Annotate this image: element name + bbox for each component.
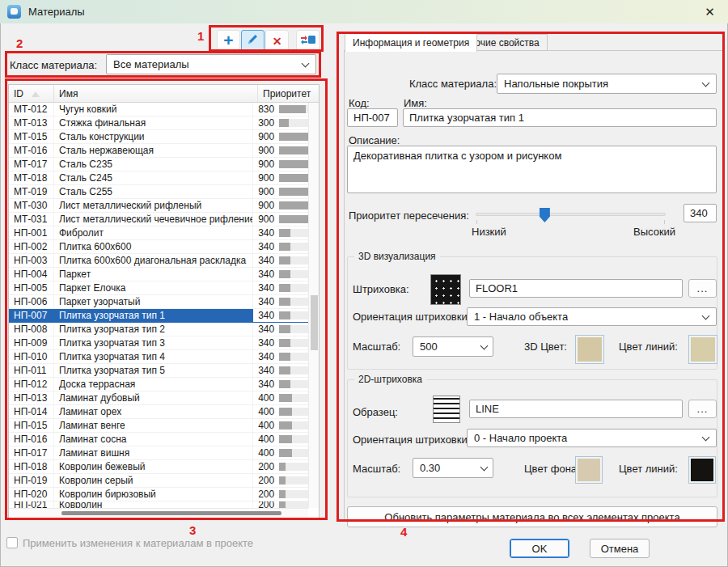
name-field[interactable] <box>403 108 717 127</box>
table-row[interactable]: НП-008Плитка узорчатая тип 2340 <box>9 323 308 336</box>
cell-material-name: Плитка узорчатая тип 5 <box>54 364 253 377</box>
table-row[interactable]: НП-018Ковролин бежевый200 <box>9 460 308 474</box>
cell-material-priority: 400 <box>253 391 308 404</box>
cell-material-id: НП-008 <box>9 323 54 336</box>
cell-material-priority: 340 <box>253 295 308 308</box>
code-field[interactable] <box>347 108 398 127</box>
column-header-id[interactable]: ID <box>9 85 54 102</box>
table-row[interactable]: МТ-012Чугун ковкий830 <box>9 103 308 116</box>
column-header-name[interactable]: Имя <box>54 85 258 102</box>
material-class-filter-select[interactable]: Все материалы <box>106 54 316 74</box>
tab-page: Класс материала: Напольные покрытия Код:… <box>344 50 724 521</box>
priority-bar <box>279 146 308 154</box>
table-row[interactable]: НП-009Плитка узорчатая тип 3340 <box>9 336 308 350</box>
cell-material-id: МТ-015 <box>9 130 54 143</box>
hatch-3d-name-field[interactable] <box>469 279 683 298</box>
table-row[interactable]: НП-017Ламинат вишня400 <box>9 446 308 460</box>
table-row[interactable]: НП-011Плитка узорчатая тип 5340 <box>9 364 308 378</box>
table-row[interactable]: НП-010Плитка узорчатая тип 4340 <box>9 350 308 364</box>
apply-changes-checkbox[interactable] <box>6 537 18 548</box>
tab-info-geometry[interactable]: Информация и геометрия <box>345 32 477 52</box>
column-header-priority[interactable]: Приоритет <box>258 85 319 102</box>
table-row[interactable]: НП-012Доска террасная340 <box>9 378 308 391</box>
cell-material-id: НП-007 <box>9 309 54 322</box>
table-row[interactable]: НП-004Паркет340 <box>9 268 308 281</box>
lines-3d-label: Цвет линий: <box>619 341 678 353</box>
priority-value-field[interactable] <box>684 204 717 222</box>
table-row[interactable]: НП-013Ламинат дубовый400 <box>9 391 308 405</box>
table-row[interactable]: НП-021Ковролин200 <box>9 501 308 508</box>
cell-material-priority: 900 <box>253 185 308 198</box>
hatch-2d-browse-button[interactable]: ... <box>688 400 717 418</box>
table-row[interactable]: МТ-017Сталь С235900 <box>9 158 308 171</box>
app-icon <box>7 5 21 19</box>
priority-slider-thumb[interactable] <box>540 208 550 222</box>
lines-3d-swatch[interactable] <box>688 335 717 364</box>
edit-material-button[interactable] <box>241 30 265 52</box>
sample-label: Образец: <box>353 406 398 418</box>
table-row[interactable]: НП-001Фибролит340 <box>9 226 308 240</box>
table-row[interactable]: НП-014Ламинат орех400 <box>9 405 308 419</box>
priority-bar <box>279 463 308 471</box>
table-row[interactable]: МТ-031Лист металлический чечевичное рифл… <box>9 213 308 226</box>
orientation-3d-select[interactable]: 1 - Начало объекта <box>467 307 717 326</box>
cell-material-priority: 340 <box>253 268 308 281</box>
table-row[interactable]: НП-002Плитка 600x600340 <box>9 240 308 254</box>
cell-material-priority: 900 <box>253 130 308 143</box>
table-row[interactable]: НП-015Ламинат венге400 <box>9 419 308 433</box>
vertical-scrollbar-thumb[interactable] <box>311 295 318 350</box>
priority-bar <box>279 311 308 319</box>
scale-2d-select[interactable]: 0.30 <box>413 458 493 478</box>
table-row[interactable]: МТ-015Сталь конструкции900 <box>9 130 308 144</box>
priority-bar <box>279 201 308 209</box>
orientation-2d-select[interactable]: 0 - Начало проекта <box>467 429 717 447</box>
horizontal-scrollbar-thumb[interactable] <box>61 511 281 515</box>
add-material-button[interactable]: + <box>217 30 240 52</box>
orientation-2d-value: 0 - Начало проекта <box>474 432 567 444</box>
table-row[interactable]: МТ-016Сталь нержавеющая900 <box>9 144 308 158</box>
table-row[interactable]: МТ-013Стяжка финальная300 <box>9 116 308 130</box>
table-row[interactable]: МТ-030Лист металлический рифленый900 <box>9 199 308 213</box>
cell-material-priority: 340 <box>253 281 308 294</box>
cell-material-id: НП-005 <box>9 281 54 294</box>
cancel-button[interactable]: Отмена <box>590 539 650 558</box>
bg-color-swatch[interactable] <box>575 456 603 484</box>
cell-material-id: НП-016 <box>9 433 54 446</box>
ok-button[interactable]: OK <box>510 539 569 558</box>
lines-2d-swatch[interactable] <box>688 456 716 484</box>
cell-material-id: НП-009 <box>9 336 54 349</box>
table-row[interactable]: НП-007Плитка узорчатая тип 1340 <box>9 309 308 323</box>
description-field[interactable] <box>347 146 717 193</box>
hatch-3d-browse-button[interactable]: ... <box>688 279 717 298</box>
cell-material-id: МТ-019 <box>9 185 54 198</box>
priority-bar <box>279 188 308 196</box>
class-select[interactable]: Напольные покрытия <box>497 74 717 94</box>
hatch-2d-preview[interactable] <box>433 396 460 423</box>
materials-table: ID Имя Приоритет МТ-012Чугун ковкий830МТ… <box>8 84 320 518</box>
priority-slider[interactable] <box>476 213 666 216</box>
horizontal-scrollbar[interactable] <box>9 508 308 518</box>
table-row[interactable]: МТ-018Сталь С245900 <box>9 171 308 185</box>
priority-bar <box>279 256 308 264</box>
apply-changes-label: Применить изменения к материалам в проек… <box>23 537 253 549</box>
delete-material-button[interactable]: ✕ <box>265 30 289 52</box>
vertical-scrollbar[interactable] <box>308 103 319 508</box>
table-row[interactable]: НП-020Ковролин бирюзовый200 <box>9 488 308 501</box>
cell-material-name: Сталь нержавеющая <box>54 144 253 157</box>
hatch-2d-name-field[interactable] <box>469 400 683 418</box>
table-row[interactable]: НП-016Ламинат сосна400 <box>9 433 308 446</box>
group-2d-title: 2D-штриховка <box>354 374 426 385</box>
hatch-label: Штриховка: <box>353 283 409 295</box>
table-row[interactable]: НП-003Плитка 600x600 диагональная раскла… <box>9 254 308 268</box>
table-row[interactable]: МТ-019Сталь С255900 <box>9 185 308 199</box>
material-library-button[interactable] <box>296 30 320 52</box>
color-3d-swatch[interactable] <box>575 335 604 364</box>
close-button[interactable]: ✕ <box>692 0 728 23</box>
table-row[interactable]: НП-006Паркет узорчатый340 <box>9 295 308 309</box>
table-row[interactable]: НП-005Паркет Елочка340 <box>9 281 308 295</box>
hatch-3d-preview[interactable] <box>430 274 461 305</box>
scale-3d-select[interactable]: 500 <box>413 336 493 357</box>
table-row[interactable]: НП-019Ковролин серый200 <box>9 474 308 488</box>
cell-material-name: Ламинат сосна <box>54 433 253 446</box>
update-parameters-button[interactable]: Обновить параметры материала во всех эле… <box>347 506 717 527</box>
